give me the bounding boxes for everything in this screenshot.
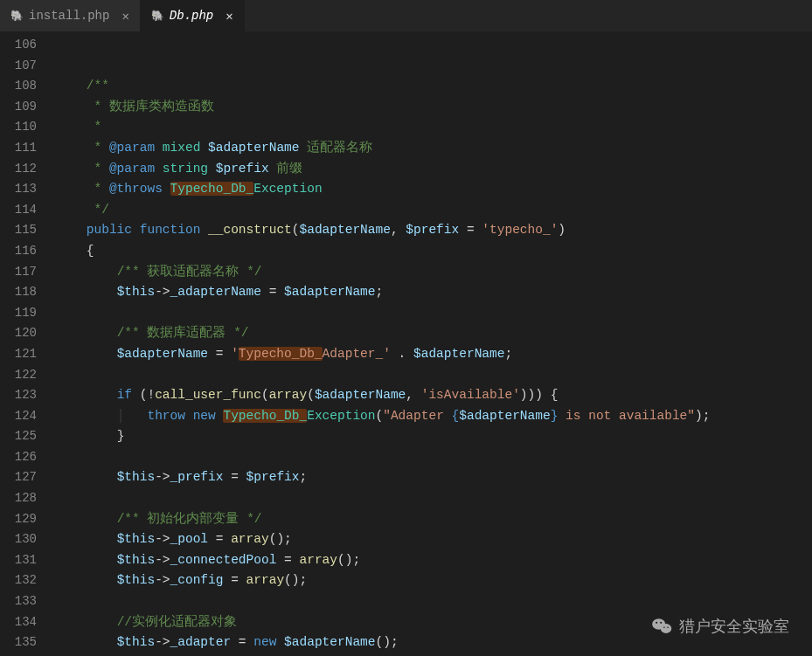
code-line: $this->_config = array();	[56, 573, 307, 587]
line-number: 110	[0, 117, 56, 138]
svg-point-3	[660, 622, 662, 624]
php-icon: 🐘	[10, 10, 24, 23]
line-number: 112	[0, 159, 56, 180]
line-number: 134	[0, 612, 56, 633]
code-line: * 数据库类构造函数	[56, 100, 214, 114]
line-number: 126	[0, 447, 56, 468]
line-number: 123	[0, 385, 56, 406]
code-line: /**	[56, 79, 109, 93]
code-line: $this->_connectedPool = array();	[56, 553, 360, 567]
line-number: 132	[0, 570, 56, 591]
code-line: *	[56, 120, 101, 134]
tab-db-php[interactable]: 🐘 Db.php ✕	[141, 0, 245, 31]
line-number: 125	[0, 426, 56, 447]
line-number: 119	[0, 303, 56, 324]
watermark: 猎户安全实验室	[651, 616, 789, 637]
editor-tabs: 🐘 install.php ✕ 🐘 Db.php ✕	[0, 0, 812, 31]
code-line: * @param mixed $adapterName 适配器名称	[56, 141, 372, 155]
svg-point-4	[663, 626, 665, 628]
line-number: 106	[0, 35, 56, 56]
line-number: 108	[0, 76, 56, 97]
line-number: 118	[0, 282, 56, 303]
line-number: 124	[0, 406, 56, 427]
code-line: public function __construct($adapterName…	[56, 223, 566, 237]
line-number: 127	[0, 467, 56, 488]
tab-label: install.php	[29, 9, 109, 23]
code-line: }	[56, 429, 124, 443]
line-number: 120	[0, 323, 56, 344]
line-number: 115	[0, 220, 56, 241]
line-number: 128	[0, 488, 56, 509]
svg-point-5	[667, 626, 669, 628]
code-line: if (!call_user_func(array($adapterName, …	[56, 388, 558, 402]
line-number: 113	[0, 179, 56, 200]
code-line: * @param string $prefix 前缀	[56, 162, 302, 176]
code-line: * @throws Typecho_Db_Exception	[56, 182, 323, 196]
code-line: $this->_adapter = new $adapterName();	[56, 635, 399, 649]
line-number: 114	[0, 200, 56, 221]
svg-point-1	[661, 624, 672, 633]
svg-point-2	[656, 622, 657, 624]
php-icon: 🐘	[151, 10, 164, 23]
line-number: 122	[0, 365, 56, 386]
line-number: 135	[0, 632, 56, 653]
tab-install-php[interactable]: 🐘 install.php ✕	[0, 0, 141, 31]
close-icon[interactable]: ✕	[226, 9, 232, 24]
line-number: 129	[0, 509, 56, 530]
line-number: 130	[0, 529, 56, 550]
tab-label: Db.php	[170, 9, 213, 23]
line-number: 109	[0, 97, 56, 118]
code-line: │ throw new Typecho_Db_Exception("Adapte…	[56, 409, 710, 423]
code-line: $this->_prefix = $prefix;	[56, 470, 307, 484]
line-number: 116	[0, 241, 56, 262]
code-line: //实例化适配器对象	[56, 615, 237, 629]
line-number: 131	[0, 550, 56, 571]
code-line: */	[56, 203, 109, 217]
code-line: /** 初始化内部变量 */	[56, 512, 262, 526]
line-number: 117	[0, 262, 56, 283]
code-line: /** 数据库适配器 */	[56, 326, 249, 340]
close-icon[interactable]: ✕	[121, 9, 128, 24]
code-line: $adapterName = 'Typecho_Db_Adapter_' . $…	[56, 347, 512, 361]
code-line: {	[56, 244, 94, 258]
code-area[interactable]: /** * 数据库类构造函数 * * @param mixed $adapter…	[56, 31, 812, 656]
line-number: 121	[0, 344, 56, 365]
line-number: 111	[0, 138, 56, 159]
line-number: 133	[0, 591, 56, 612]
watermark-text: 猎户安全实验室	[679, 616, 789, 637]
line-number: 107	[0, 56, 56, 77]
code-line: /** 获取适配器名称 */	[56, 265, 262, 279]
line-number-gutter: 1061071081091101111121131141151161171181…	[0, 31, 56, 656]
code-line: $this->_pool = array();	[56, 532, 292, 546]
code-line: $this->_adapterName = $adapterName;	[56, 285, 383, 299]
code-editor[interactable]: 1061071081091101111121131141151161171181…	[0, 31, 812, 656]
wechat-icon	[651, 618, 672, 635]
